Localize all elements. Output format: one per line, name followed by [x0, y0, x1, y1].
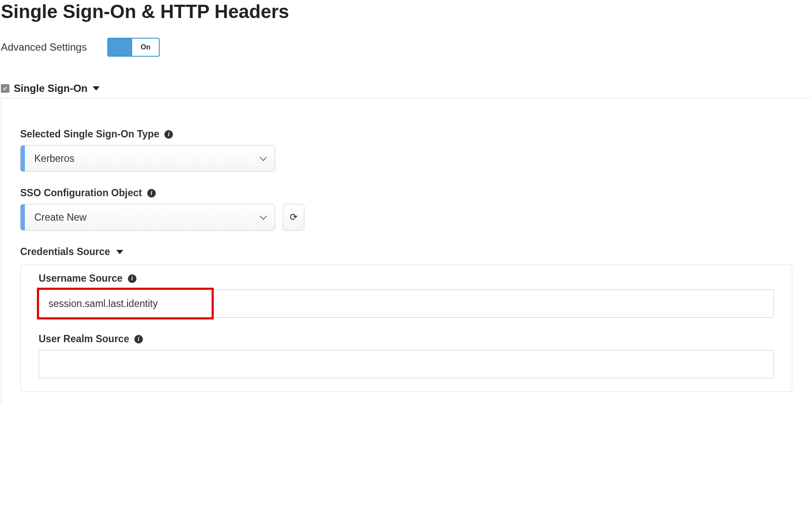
- info-icon[interactable]: i: [128, 274, 136, 283]
- user-realm-source-input[interactable]: [39, 350, 774, 378]
- sso-type-field: Selected Single Sign-On Type i Kerberos: [20, 128, 792, 172]
- credentials-source-panel: Username Source i User Realm Source i: [20, 264, 792, 392]
- caret-down-icon: [93, 86, 100, 91]
- advanced-settings-label: Advanced Settings: [1, 41, 87, 53]
- sso-config-select[interactable]: Create New: [20, 204, 275, 231]
- advanced-settings-row: Advanced Settings On: [1, 38, 811, 57]
- refresh-icon: ⟳: [290, 212, 297, 223]
- credentials-source-title: Credentials Source: [20, 246, 110, 258]
- sso-section-title: Single Sign-On: [14, 82, 88, 94]
- chevron-down-icon: [251, 213, 275, 221]
- toggle-state-label: On: [132, 39, 159, 56]
- refresh-button[interactable]: ⟳: [283, 204, 304, 231]
- sso-config-value: Create New: [25, 212, 251, 223]
- info-icon[interactable]: i: [164, 130, 173, 139]
- info-icon[interactable]: i: [134, 335, 143, 344]
- sso-section-header[interactable]: ✓ Single Sign-On: [1, 82, 811, 94]
- sso-type-select[interactable]: Kerberos: [20, 145, 275, 172]
- credentials-source-header[interactable]: Credentials Source: [20, 246, 792, 258]
- caret-down-icon: [116, 250, 123, 254]
- username-source-field: Username Source i: [39, 273, 774, 318]
- page-title: Single Sign-On & HTTP Headers: [1, 1, 811, 22]
- sso-checkbox-icon[interactable]: ✓: [1, 84, 9, 93]
- username-source-input[interactable]: [39, 289, 774, 318]
- user-realm-source-field: User Realm Source i: [39, 333, 774, 378]
- sso-panel: Selected Single Sign-On Type i Kerberos …: [1, 98, 811, 404]
- user-realm-source-label: User Realm Source: [39, 333, 129, 345]
- chevron-down-icon: [251, 155, 275, 162]
- sso-config-label: SSO Configuration Object: [20, 187, 142, 199]
- info-icon[interactable]: i: [147, 189, 156, 198]
- advanced-settings-toggle[interactable]: On: [107, 38, 160, 57]
- sso-type-value: Kerberos: [25, 153, 251, 164]
- username-source-label: Username Source: [39, 273, 123, 284]
- sso-type-label: Selected Single Sign-On Type: [20, 128, 159, 140]
- sso-config-field: SSO Configuration Object i Create New ⟳: [20, 187, 792, 231]
